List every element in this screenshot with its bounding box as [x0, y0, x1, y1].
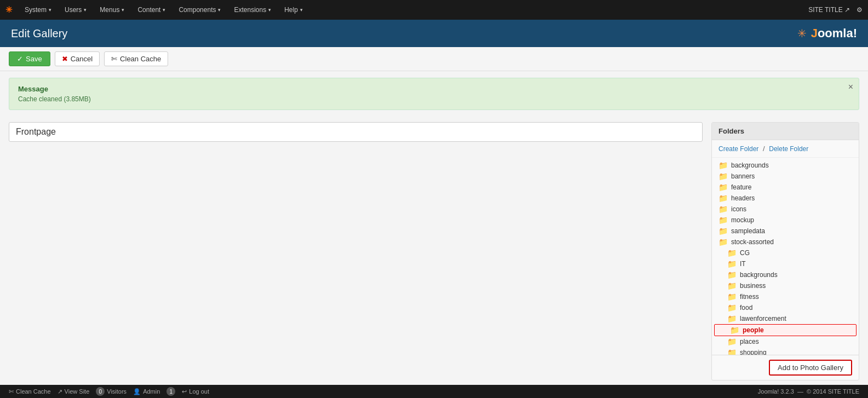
- message-title: Message: [18, 85, 850, 93]
- folder-icon: 📁: [718, 194, 728, 203]
- content-chevron: ▾: [163, 7, 165, 13]
- folder-icon: 📁: [727, 281, 737, 290]
- folder-item[interactable]: 📁backgrounds: [712, 269, 859, 280]
- folder-label: CG: [740, 249, 750, 257]
- folder-icon: 📁: [718, 227, 728, 235]
- create-folder-link[interactable]: Create Folder: [718, 145, 758, 153]
- folder-icon: 📁: [718, 238, 728, 246]
- joomla-nav-logo: ✳: [5, 5, 13, 15]
- status-bar: ✄ Clean Cache ↗ View Site 0 Visitors 👤 A…: [0, 385, 868, 386]
- folder-label: headers: [731, 194, 755, 202]
- folder-item[interactable]: 📁food: [712, 302, 859, 313]
- folder-icon: 📁: [727, 249, 737, 257]
- folder-label: food: [740, 304, 752, 312]
- folders-actions: Create Folder / Delete Folder: [712, 140, 859, 158]
- joomla-logo: Joomla!: [811, 26, 857, 40]
- menus-chevron: ▾: [122, 7, 124, 13]
- toolbar: ✓ Save ✖ Cancel ✄ Clean Cache: [0, 47, 868, 71]
- joomla-logo-area: ✳ Joomla!: [797, 26, 857, 41]
- folder-icon: 📁: [718, 216, 728, 224]
- nav-right: SITE TITLE ↗ ⚙: [808, 6, 863, 14]
- left-panel: [9, 122, 703, 380]
- folder-item[interactable]: 📁mockup: [712, 215, 859, 226]
- folder-label: feature: [731, 183, 751, 191]
- clean-cache-button[interactable]: ✄ Clean Cache: [104, 51, 168, 66]
- folder-item[interactable]: 📁backgrounds: [712, 160, 859, 171]
- message-box: Message Cache cleaned (3.85MB) ×: [9, 78, 859, 110]
- folder-label: stock-assorted: [731, 238, 774, 246]
- folder-item[interactable]: 📁IT: [712, 258, 859, 269]
- header-bar: Edit Gallery ✳ Joomla!: [0, 20, 868, 47]
- folder-item[interactable]: 📁shopping: [712, 347, 859, 355]
- nav-content[interactable]: Content ▾: [132, 3, 171, 17]
- folder-icon: 📁: [718, 161, 728, 170]
- folder-label: people: [743, 326, 764, 334]
- main-content: Folders Create Folder / Delete Folder 📁b…: [0, 117, 868, 386]
- nav-extensions[interactable]: Extensions ▾: [228, 3, 277, 17]
- folder-item[interactable]: 📁fitness: [712, 291, 859, 302]
- nav-menus[interactable]: Menus ▾: [94, 3, 130, 17]
- folder-label: backgrounds: [731, 161, 769, 169]
- clean-cache-icon: ✄: [111, 55, 117, 63]
- nav-users[interactable]: Users ▾: [59, 3, 92, 17]
- components-chevron: ▾: [218, 7, 221, 13]
- folder-item[interactable]: 📁places: [712, 336, 859, 347]
- folder-item[interactable]: 📁people: [714, 324, 856, 336]
- folder-icon: 📁: [727, 337, 737, 346]
- nav-left: ✳ System ▾ Users ▾ Menus ▾ Content ▾ Com…: [5, 3, 308, 17]
- help-chevron: ▾: [300, 7, 303, 13]
- folder-icon: 📁: [727, 303, 737, 312]
- folder-label: business: [740, 282, 766, 290]
- folder-label: IT: [740, 260, 746, 268]
- gallery-name-input[interactable]: [9, 122, 703, 142]
- folder-icon: 📁: [718, 172, 728, 181]
- page-title: Edit Gallery: [11, 27, 67, 40]
- extensions-chevron: ▾: [268, 7, 271, 13]
- folder-label: mockup: [731, 216, 754, 224]
- folder-item[interactable]: 📁business: [712, 280, 859, 291]
- site-title-link[interactable]: SITE TITLE ↗: [808, 6, 850, 14]
- system-chevron: ▾: [49, 7, 51, 13]
- folder-label: places: [740, 338, 759, 345]
- settings-icon[interactable]: ⚙: [856, 6, 863, 14]
- folder-icon: 📁: [727, 348, 737, 355]
- folder-item[interactable]: 📁CG: [712, 247, 859, 258]
- nav-components[interactable]: Components ▾: [173, 3, 226, 17]
- folder-item[interactable]: 📁icons: [712, 204, 859, 215]
- folder-label: lawenforcement: [740, 315, 786, 322]
- folder-item[interactable]: 📁banners: [712, 171, 859, 182]
- folder-label: fitness: [740, 293, 759, 301]
- folder-item[interactable]: 📁stock-assorted: [712, 237, 859, 247]
- add-to-gallery-button[interactable]: Add to Photo Gallery: [769, 360, 852, 376]
- folder-label: icons: [731, 205, 746, 213]
- folder-label: banners: [731, 172, 755, 180]
- folder-icon: 📁: [727, 270, 737, 279]
- message-text: Cache cleaned (3.85MB): [18, 95, 850, 103]
- folder-icon: 📁: [718, 205, 728, 214]
- cancel-x-icon: ✖: [62, 55, 68, 63]
- folder-icon: 📁: [727, 259, 737, 268]
- folder-icon: 📁: [730, 326, 739, 334]
- folder-label: sampledata: [731, 227, 765, 235]
- folder-item[interactable]: 📁sampledata: [712, 226, 859, 237]
- folder-label: shopping: [740, 349, 767, 355]
- folder-icon: 📁: [727, 314, 737, 323]
- folder-label: backgrounds: [740, 271, 778, 279]
- folders-panel: Folders Create Folder / Delete Folder 📁b…: [711, 122, 859, 380]
- message-close-button[interactable]: ×: [848, 83, 853, 91]
- users-chevron: ▾: [84, 7, 87, 13]
- nav-help[interactable]: Help ▾: [279, 3, 308, 17]
- save-button[interactable]: ✓ Save: [9, 51, 50, 66]
- folder-item[interactable]: 📁feature: [712, 182, 859, 193]
- joomla-star-icon: ✳: [797, 27, 807, 39]
- folders-header: Folders: [712, 123, 859, 140]
- folder-list: 📁backgrounds📁banners📁feature📁headers📁ico…: [712, 158, 859, 355]
- folder-item[interactable]: 📁headers: [712, 193, 859, 204]
- folder-item[interactable]: 📁lawenforcement: [712, 313, 859, 324]
- top-navbar: ✳ System ▾ Users ▾ Menus ▾ Content ▾ Com…: [0, 0, 868, 20]
- folder-icon: 📁: [727, 292, 737, 301]
- save-check-icon: ✓: [17, 55, 23, 63]
- delete-folder-link[interactable]: Delete Folder: [769, 145, 808, 153]
- nav-system[interactable]: System ▾: [19, 3, 57, 17]
- cancel-button[interactable]: ✖ Cancel: [55, 51, 100, 66]
